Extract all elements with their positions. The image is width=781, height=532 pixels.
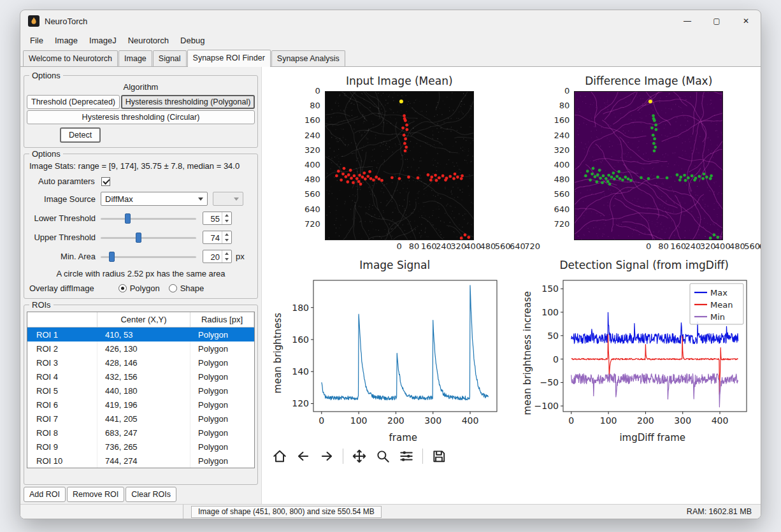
algo-hysteresis-polygonal-button[interactable]: Hysteresis thresholding (Polygonal) <box>121 95 255 109</box>
auto-params-label: Auto paramters <box>38 176 95 186</box>
x-tick-label: 560 <box>744 241 760 251</box>
x-axis-label: frame <box>356 432 417 443</box>
menu-neurotorch[interactable]: Neurotorch <box>122 33 175 48</box>
tab-image[interactable]: Image <box>118 50 152 66</box>
detection-signal-canvas[interactable]: 0100200300400−100−50050100150MaxMeanMin <box>534 275 750 431</box>
main-content: Options Algorithm Threshold (Deprecated)… <box>20 67 761 504</box>
menu-image[interactable]: Image <box>49 33 83 48</box>
spin-down-button[interactable] <box>222 219 231 225</box>
slider-thumb[interactable] <box>125 213 131 224</box>
roi-radius: Polygon <box>190 412 254 426</box>
back-icon[interactable] <box>296 449 311 464</box>
min-area-unit: px <box>236 252 245 261</box>
image-source-combobox[interactable]: DiffMax <box>101 192 208 206</box>
chevron-down-icon <box>198 198 203 203</box>
roi-name: ROI 10 <box>27 454 97 468</box>
auto-params-checkbox[interactable] <box>101 177 110 186</box>
svg-text:0: 0 <box>568 415 574 426</box>
app-window: NeuroTorch — ▢ ✕ File Image ImageJ Neuro… <box>20 10 761 519</box>
spin-up-button[interactable] <box>222 212 231 219</box>
input-image-canvas[interactable] <box>325 91 474 240</box>
overlay-shape-radio[interactable] <box>169 284 177 292</box>
overlay-polygon-radio[interactable] <box>118 284 127 292</box>
menu-imagej[interactable]: ImageJ <box>83 33 122 48</box>
x-tick-label: 320 <box>700 241 716 251</box>
spin-up-button[interactable] <box>222 231 231 238</box>
tab-synapse-analysis[interactable]: Synapse Analysis <box>271 50 345 66</box>
subplots-config-icon[interactable] <box>399 449 414 464</box>
algo-threshold-button[interactable]: Threshold (Deprecated) <box>27 95 120 109</box>
roi-radius: Polygon <box>190 440 254 454</box>
svg-text:400: 400 <box>462 415 479 426</box>
image-frame-combobox[interactable] <box>213 192 243 206</box>
status-message: Image of shape (451, 800, 800) and size … <box>191 506 382 518</box>
circle-area-note: A circle with radius 2.52 px has the sam… <box>27 269 255 278</box>
tab-welcome[interactable]: Welcome to Neurotorch <box>23 50 118 66</box>
table-row[interactable]: ROI 7 441, 205 Polygon <box>27 412 254 426</box>
upper-threshold-spinbox[interactable]: 74 <box>203 231 232 244</box>
table-row[interactable]: ROI 1 410, 53 Polygon <box>27 327 254 341</box>
table-row[interactable]: ROI 2 426, 130 Polygon <box>27 341 254 356</box>
spin-down-button[interactable] <box>222 238 231 244</box>
slider-thumb[interactable] <box>136 233 141 243</box>
slider-thumb[interactable] <box>109 252 115 262</box>
x-axis-label: imgDiff frame <box>586 432 685 443</box>
tab-signal[interactable]: Signal <box>153 50 187 66</box>
min-area-value[interactable]: 20 <box>203 250 222 262</box>
table-row[interactable]: ROI 4 432, 156 Polygon <box>27 370 254 384</box>
horizontal-scrollbar[interactable] <box>20 505 183 519</box>
table-row[interactable]: ROI 9 736, 265 Polygon <box>27 440 254 454</box>
menu-debug[interactable]: Debug <box>175 33 210 48</box>
table-row[interactable]: ROI 3 428, 146 Polygon <box>27 356 254 370</box>
remove-roi-button[interactable]: Remove ROI <box>67 487 124 502</box>
table-row[interactable]: ROI 8 683, 247 Polygon <box>27 426 254 440</box>
image-stats: Image Stats: range = [9, 174], 35.75 ± 7… <box>29 161 255 171</box>
upper-threshold-slider[interactable] <box>101 232 196 243</box>
x-tick-label: 480 <box>480 241 496 251</box>
y-tick-label: 80 <box>559 101 570 110</box>
table-row[interactable]: ROI 5 440, 180 Polygon <box>27 384 254 398</box>
table-row[interactable]: ROI 6 419, 196 Polygon <box>27 398 254 412</box>
roi-center: 736, 265 <box>97 440 190 454</box>
input-image-plot: Input Image (Mean) 080160240320400480560… <box>262 67 512 251</box>
close-button[interactable]: ✕ <box>731 10 761 32</box>
lower-threshold-slider[interactable] <box>101 213 196 224</box>
maximize-button[interactable]: ▢ <box>702 10 731 32</box>
x-tick-label: 0 <box>646 241 651 251</box>
spin-up-button[interactable] <box>222 250 231 257</box>
lower-threshold-value[interactable]: 55 <box>203 212 222 224</box>
lower-threshold-spinbox[interactable]: 55 <box>203 212 232 225</box>
roi-center: 419, 196 <box>97 398 190 412</box>
home-icon[interactable] <box>272 449 287 464</box>
pan-icon[interactable] <box>352 449 367 464</box>
forward-icon[interactable] <box>319 449 334 464</box>
difference-image-plot: Difference Image (Max) 08016024032040048… <box>512 67 761 251</box>
minimize-button[interactable]: — <box>673 10 702 32</box>
image-signal-canvas[interactable]: 0100200300400120140160180 <box>284 275 501 431</box>
svg-text:Max: Max <box>710 288 727 298</box>
svg-text:50: 50 <box>547 331 559 341</box>
detect-button[interactable]: Detect <box>60 127 101 143</box>
min-area-slider[interactable] <box>101 251 196 262</box>
table-row[interactable]: ROI 10 744, 274 Polygon <box>27 454 254 468</box>
save-icon[interactable] <box>431 449 447 464</box>
roi-radius: Polygon <box>190 327 254 341</box>
overlay-shape-label[interactable]: Shape <box>180 284 204 293</box>
x-tick-label: 80 <box>658 241 669 251</box>
spin-down-button[interactable] <box>222 257 231 263</box>
overlay-polygon-label[interactable]: Polygon <box>130 284 160 293</box>
roi-center: 410, 53 <box>97 327 190 341</box>
menu-file[interactable]: File <box>24 33 49 48</box>
clear-rois-button[interactable]: Clear ROIs <box>125 487 176 502</box>
difference-image-canvas[interactable] <box>574 91 723 240</box>
zoom-icon[interactable] <box>375 449 390 464</box>
algo-hysteresis-circular-button[interactable]: Hysteresis thresholding (Circular) <box>27 110 255 124</box>
y-tick-label: 240 <box>554 131 570 140</box>
tab-synapse-roi-finder[interactable]: Synapse ROI Finder <box>187 50 271 67</box>
svg-text:200: 200 <box>637 415 654 426</box>
add-roi-button[interactable]: Add ROI <box>24 487 66 502</box>
y-axis-label: mean brightness <box>272 313 283 393</box>
min-area-spinbox[interactable]: 20 <box>203 250 232 263</box>
upper-threshold-value[interactable]: 74 <box>203 231 222 243</box>
x-tick-label: 640 <box>759 241 761 251</box>
